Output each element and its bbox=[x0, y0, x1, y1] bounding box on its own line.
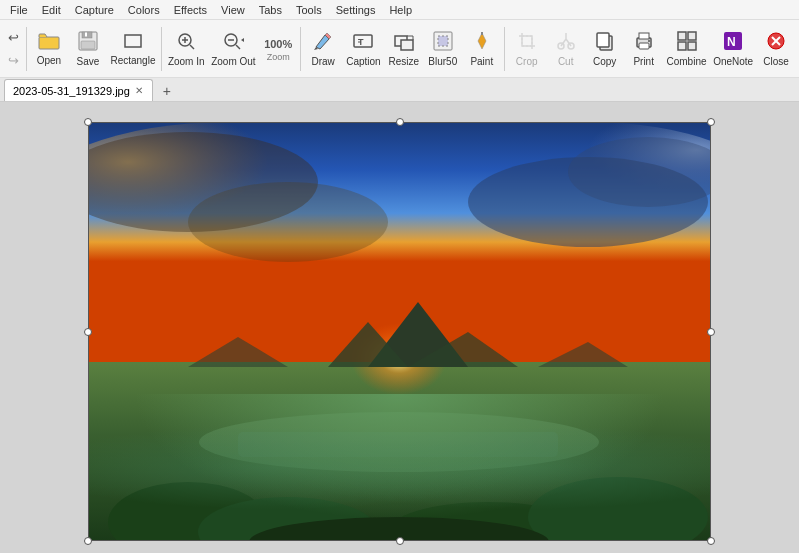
svg-rect-28 bbox=[639, 43, 649, 49]
copy-button[interactable]: Copy bbox=[586, 23, 624, 75]
svg-point-58 bbox=[388, 502, 588, 541]
svg-rect-4 bbox=[85, 32, 87, 36]
draw-icon bbox=[313, 31, 333, 54]
zoom-100-button[interactable]: 100% Zoom bbox=[259, 23, 297, 75]
handle-top-left[interactable] bbox=[84, 118, 92, 126]
svg-rect-0 bbox=[39, 37, 59, 49]
zoom-100-icon: 100% bbox=[264, 39, 292, 50]
svg-rect-29 bbox=[639, 33, 649, 39]
menu-capture[interactable]: Capture bbox=[69, 2, 120, 18]
rectangle-button[interactable]: Rectangle bbox=[108, 23, 158, 75]
svg-point-59 bbox=[528, 477, 708, 541]
paint-button[interactable]: Paint bbox=[463, 23, 501, 75]
svg-rect-5 bbox=[125, 35, 141, 47]
cut-button: Cut bbox=[547, 23, 585, 75]
svg-line-11 bbox=[236, 45, 240, 49]
zoom-in-button[interactable]: Zoom In bbox=[165, 23, 208, 75]
svg-point-57 bbox=[198, 497, 378, 541]
print-button[interactable]: Print bbox=[625, 23, 663, 75]
open-label: Open bbox=[37, 55, 61, 66]
zoom-out-button[interactable]: Zoom Out bbox=[209, 23, 259, 75]
menu-colors[interactable]: Colors bbox=[122, 2, 166, 18]
svg-marker-13 bbox=[241, 38, 244, 42]
blur50-icon bbox=[433, 31, 453, 54]
svg-point-56 bbox=[108, 482, 268, 541]
caption-icon: T bbox=[353, 31, 373, 54]
menu-settings[interactable]: Settings bbox=[330, 2, 382, 18]
menu-tools[interactable]: Tools bbox=[290, 2, 328, 18]
resize-label: Resize bbox=[389, 56, 420, 67]
svg-point-30 bbox=[648, 40, 650, 42]
save-label: Save bbox=[76, 56, 99, 67]
menu-help[interactable]: Help bbox=[383, 2, 418, 18]
print-label: Print bbox=[633, 56, 654, 67]
close-button[interactable]: Close bbox=[757, 23, 795, 75]
zoom-in-label: Zoom In bbox=[168, 56, 205, 67]
close-icon bbox=[766, 31, 786, 54]
handle-middle-right[interactable] bbox=[707, 328, 715, 336]
svg-line-7 bbox=[190, 45, 194, 49]
landscape-svg bbox=[88, 122, 711, 541]
handle-bottom-right[interactable] bbox=[707, 537, 715, 545]
zoom-out-label: Zoom Out bbox=[211, 56, 255, 67]
tab-close-button[interactable]: ✕ bbox=[134, 85, 144, 96]
svg-rect-3 bbox=[81, 41, 95, 49]
draw-label: Draw bbox=[311, 56, 334, 67]
zoom-100-label: Zoom bbox=[267, 52, 290, 62]
menu-tabs[interactable]: Tabs bbox=[253, 2, 288, 18]
save-button[interactable]: Save bbox=[69, 23, 107, 75]
menu-view[interactable]: View bbox=[215, 2, 251, 18]
add-tab-button[interactable]: + bbox=[157, 81, 177, 101]
tabbar: 2023-05-31_191329.jpg ✕ + bbox=[0, 78, 799, 102]
zoom-out-icon bbox=[222, 31, 244, 54]
svg-text:N: N bbox=[727, 35, 736, 49]
svg-rect-20 bbox=[438, 36, 448, 46]
svg-point-49 bbox=[199, 412, 599, 472]
crop-label: Crop bbox=[516, 56, 538, 67]
combine-label: Combine bbox=[666, 56, 706, 67]
draw-button[interactable]: Draw bbox=[304, 23, 342, 75]
onenote-button[interactable]: N OneNote bbox=[710, 23, 756, 75]
svg-rect-18 bbox=[401, 40, 413, 50]
rectangle-icon bbox=[123, 32, 143, 53]
redo-button[interactable]: ↪ bbox=[8, 53, 19, 68]
cut-icon bbox=[556, 31, 576, 54]
combine-icon bbox=[677, 31, 697, 54]
handle-middle-left[interactable] bbox=[84, 328, 92, 336]
handle-bottom-left[interactable] bbox=[84, 537, 92, 545]
onenote-icon: N bbox=[723, 31, 743, 54]
resize-icon bbox=[394, 31, 414, 54]
canvas-area bbox=[0, 102, 799, 553]
svg-point-46 bbox=[188, 182, 388, 262]
menu-effects[interactable]: Effects bbox=[168, 2, 213, 18]
handle-bottom-center[interactable] bbox=[396, 537, 404, 545]
blur50-button[interactable]: Blur50 bbox=[424, 23, 462, 75]
onenote-label: OneNote bbox=[713, 56, 753, 67]
undo-button[interactable]: ↩ bbox=[8, 30, 19, 45]
cut-label: Cut bbox=[558, 56, 574, 67]
handle-top-center[interactable] bbox=[396, 118, 404, 126]
tab-label: 2023-05-31_191329.jpg bbox=[13, 85, 130, 97]
blur50-label: Blur50 bbox=[428, 56, 457, 67]
svg-rect-26 bbox=[597, 33, 609, 47]
svg-rect-50 bbox=[238, 432, 558, 457]
svg-rect-31 bbox=[678, 32, 686, 40]
menu-edit[interactable]: Edit bbox=[36, 2, 67, 18]
resize-button[interactable]: Resize bbox=[385, 23, 423, 75]
toolbar: ↩ ↪ Open Save Re bbox=[0, 20, 799, 78]
combine-button[interactable]: Combine bbox=[664, 23, 710, 75]
handle-top-right[interactable] bbox=[707, 118, 715, 126]
tab-image[interactable]: 2023-05-31_191329.jpg ✕ bbox=[4, 79, 153, 101]
image-container bbox=[88, 122, 711, 541]
menu-file[interactable]: File bbox=[4, 2, 34, 18]
open-icon bbox=[38, 32, 60, 53]
print-icon bbox=[634, 31, 654, 54]
svg-rect-33 bbox=[678, 42, 686, 50]
open-button[interactable]: Open bbox=[30, 23, 68, 75]
crop-button: Crop bbox=[508, 23, 546, 75]
copy-icon bbox=[595, 31, 615, 54]
main-image bbox=[88, 122, 711, 541]
caption-button[interactable]: T Caption bbox=[343, 23, 384, 75]
save-icon bbox=[78, 31, 98, 54]
close-label: Close bbox=[763, 56, 789, 67]
